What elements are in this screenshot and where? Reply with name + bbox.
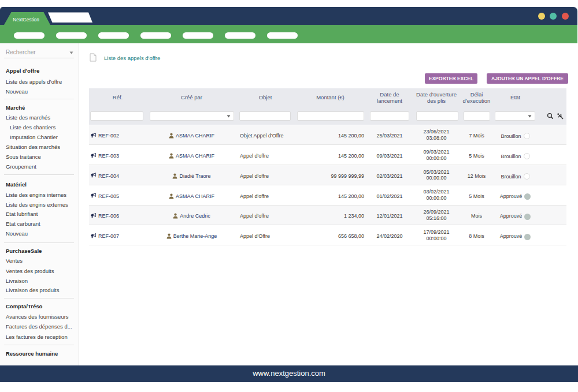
svg-text:NextGestion: NextGestion — [13, 17, 39, 23]
